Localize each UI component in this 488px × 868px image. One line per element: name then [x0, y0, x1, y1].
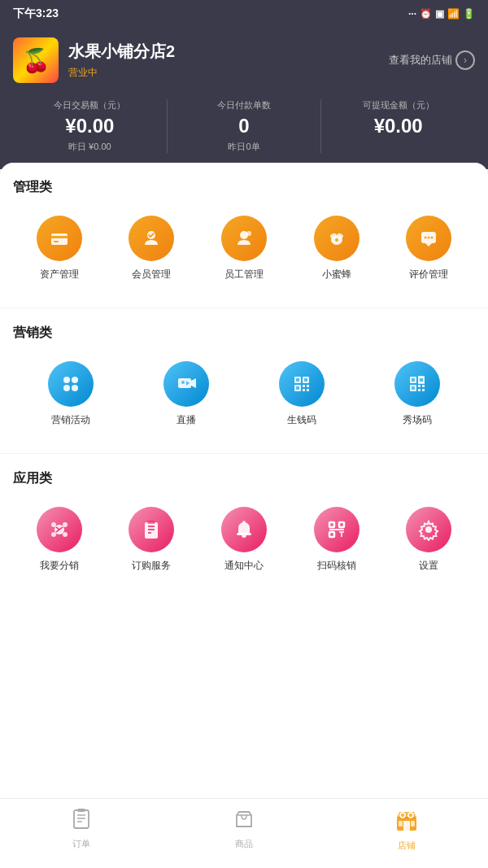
money-code-icon [279, 361, 325, 407]
svg-rect-60 [339, 522, 344, 527]
nav-tab-orders[interactable]: 订单 [0, 807, 163, 852]
stat-orders-label: 今日付款单数 [168, 99, 321, 111]
store-link-button[interactable]: 查看我的店铺 › [389, 50, 475, 70]
svg-rect-76 [411, 821, 415, 827]
settings-icon [406, 507, 451, 552]
stats-row: 今日交易额（元） ¥0.00 昨日 ¥0.00 今日付款单数 0 昨日0单 可提… [13, 99, 475, 153]
nav-member-management[interactable]: 会员管理 [106, 209, 198, 288]
svg-rect-25 [296, 378, 299, 382]
svg-rect-66 [74, 810, 89, 828]
divider-2 [0, 453, 488, 454]
store-avatar: 🍒 [13, 37, 59, 83]
category-apps-title: 应用类 [13, 470, 475, 487]
svg-rect-38 [418, 385, 420, 387]
asset-management-icon [37, 216, 82, 261]
live-stream-label: 直播 [176, 413, 196, 427]
nav-asset-management[interactable]: 资产管理 [13, 209, 106, 288]
svg-rect-30 [303, 389, 305, 391]
distribution-label: 我要分销 [40, 559, 79, 573]
store-left: 🍒 水果小铺分店2 营业中 [13, 37, 175, 83]
stat-withdrawable: 可提现金额（元） ¥0.00 [321, 99, 475, 153]
battery-icon: 🔋 [463, 8, 475, 20]
stat-withdrawable-value: ¥0.00 [321, 115, 475, 137]
main-content: 管理类 资产管理 [0, 163, 488, 798]
member-management-label: 会员管理 [132, 268, 171, 281]
notification-label: 通知中心 [224, 559, 264, 573]
svg-point-58 [242, 521, 246, 524]
video-icon: ▣ [435, 8, 444, 20]
alarm-icon: ⏰ [420, 8, 432, 20]
svg-point-9 [335, 238, 338, 242]
svg-rect-40 [418, 389, 420, 391]
svg-rect-35 [412, 378, 415, 382]
store-status: 营业中 [68, 66, 175, 80]
svg-rect-41 [422, 389, 425, 391]
svg-point-46 [63, 522, 68, 527]
member-management-icon [129, 216, 174, 261]
svg-point-5 [246, 231, 251, 236]
status-icons: ··· ⏰ ▣ 📶 🔋 [408, 8, 475, 20]
management-icons-grid: 资产管理 会员管理 [13, 209, 475, 288]
store-nav-label: 店铺 [398, 840, 416, 852]
notification-icon [221, 507, 267, 552]
stat-transaction-label: 今日交易额（元） [13, 99, 167, 111]
store-link-text: 查看我的店铺 [389, 53, 452, 68]
nav-notification[interactable]: 通知中心 [198, 500, 290, 579]
svg-rect-28 [303, 385, 305, 387]
svg-point-48 [63, 532, 68, 537]
review-management-label: 评价管理 [409, 268, 448, 281]
nav-live-stream[interactable]: 直播 [129, 355, 244, 434]
svg-rect-1 [51, 236, 68, 238]
divider-1 [0, 308, 488, 308]
xiaomifeng-label: 小蜜蜂 [322, 268, 351, 281]
svg-point-45 [51, 522, 56, 527]
network-icon: 📶 [447, 8, 460, 20]
svg-rect-70 [77, 809, 85, 812]
nav-tab-products[interactable]: 商品 [163, 807, 325, 852]
nav-scan-verify[interactable]: 扫码核销 [290, 500, 383, 579]
svg-point-16 [63, 385, 70, 391]
nav-tab-store[interactable]: 店铺 [325, 807, 488, 852]
store-info: 水果小铺分店2 营业中 [68, 41, 175, 80]
category-apps: 应用类 我要分销 [13, 470, 475, 579]
stat-transaction: 今日交易额（元） ¥0.00 昨日 ¥0.00 [13, 99, 168, 153]
review-management-icon [406, 216, 451, 261]
svg-point-20 [181, 381, 185, 384]
svg-rect-27 [296, 386, 299, 390]
apps-icons-grid: 我要分销 订购服务 [13, 500, 475, 579]
svg-point-11 [425, 237, 427, 239]
category-management-title: 管理类 [13, 179, 475, 196]
svg-rect-74 [403, 821, 410, 831]
nav-review-management[interactable]: 评价管理 [382, 209, 475, 288]
store-name: 水果小铺分店2 [68, 41, 175, 63]
stat-orders-value: 0 [168, 115, 321, 137]
svg-rect-2 [54, 241, 59, 242]
nav-marketing-activity[interactable]: 营销活动 [13, 355, 129, 434]
live-stream-icon [163, 361, 209, 407]
marketing-activity-icon [48, 361, 94, 407]
marketing-activity-label: 营销活动 [51, 413, 90, 427]
nav-xiaomifeng[interactable]: 小蜜蜂 [290, 209, 383, 288]
svg-rect-56 [147, 521, 155, 524]
nav-money-code[interactable]: 生钱码 [244, 355, 359, 434]
staff-management-label: 员工管理 [224, 268, 264, 281]
svg-point-12 [428, 237, 430, 239]
svg-rect-52 [145, 522, 158, 539]
svg-point-47 [51, 532, 56, 537]
nav-distribution[interactable]: 我要分销 [13, 500, 106, 579]
money-code-label: 生钱码 [287, 413, 316, 427]
bottom-nav: 订单 商品 店铺 [0, 798, 488, 868]
nav-staff-management[interactable]: 员工管理 [198, 209, 290, 288]
chevron-right-icon: › [455, 50, 475, 70]
svg-rect-75 [399, 821, 403, 827]
orders-nav-label: 订单 [72, 838, 90, 850]
category-management: 管理类 资产管理 [13, 179, 475, 288]
svg-point-17 [72, 385, 78, 391]
nav-order-service[interactable]: 订购服务 [106, 500, 198, 579]
nav-settings[interactable]: 设置 [382, 500, 475, 579]
nav-show-code[interactable]: 秀场码 [359, 355, 475, 434]
svg-rect-0 [51, 233, 68, 245]
status-time: 下午3:23 [13, 7, 59, 21]
svg-point-13 [431, 237, 434, 239]
svg-rect-26 [304, 378, 307, 382]
